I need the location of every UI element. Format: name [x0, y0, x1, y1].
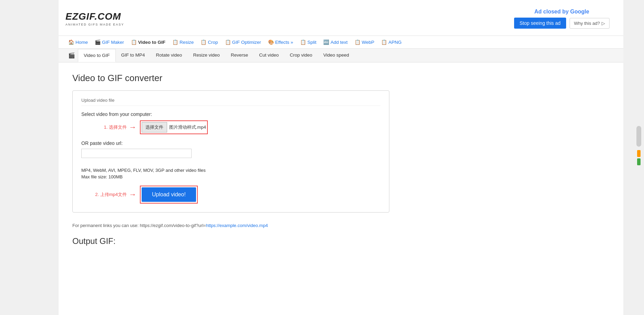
nav-bar: 🏠 Home 🎬 GIF Maker 📋 Video to GIF 📋 Resi…: [59, 36, 623, 49]
nav-label-add-text: Add text: [330, 40, 348, 45]
permanent-link-section: For permanent links you can use: https:/…: [72, 223, 610, 228]
max-size: Max file size: 100MB: [81, 174, 380, 179]
bar-green: [637, 158, 641, 165]
crop-icon: 📋: [201, 39, 206, 45]
or-paste-label: OR paste video url:: [81, 140, 380, 146]
nav-item-video-to-gif[interactable]: 📋 Video to GIF: [128, 38, 168, 46]
google-text: Google: [570, 9, 589, 14]
nav-item-resize[interactable]: 📋 Resize: [170, 38, 196, 46]
play-icon: ▷: [602, 21, 605, 26]
subtab-video-to-gif[interactable]: Video to GIF: [78, 49, 116, 62]
stop-seeing-button[interactable]: Stop seeing this ad: [514, 18, 566, 29]
nav-label-crop: Crop: [208, 40, 218, 45]
nav-item-effects[interactable]: 🎨 Effects »: [265, 38, 296, 46]
url-input[interactable]: [81, 149, 192, 158]
gif-maker-icon: 🎬: [95, 39, 101, 45]
nav-label-gif-optimizer: GIF Optimizer: [232, 40, 261, 45]
step1-label: 1. 选择文件: [104, 124, 127, 130]
logo-subtitle: ANIMATED GIFS MADE EASY: [65, 23, 124, 26]
subtab-cut-video[interactable]: Cut video: [254, 49, 284, 62]
nav-item-webp[interactable]: 📋 WebP: [352, 38, 377, 46]
step1-arrow: →: [129, 123, 136, 132]
main-content: EZGIF.COM ANIMATED GIFS MADE EASY Ad clo…: [59, 0, 623, 315]
sidebar-indicators: [637, 150, 641, 165]
ad-area: Ad closed by Google Stop seeing this ad …: [507, 5, 616, 32]
nav-item-gif-optimizer[interactable]: 📋 GIF Optimizer: [222, 38, 264, 46]
right-sidebar: [623, 0, 644, 315]
nav-label-webp: WebP: [362, 40, 375, 45]
ad-buttons: Stop seeing this ad Why this ad? ▷: [514, 18, 610, 29]
nav-label-apng: APNG: [388, 40, 401, 45]
left-sidebar: [0, 0, 59, 315]
logo: EZGIF.COM ANIMATED GIFS MADE EASY: [65, 11, 124, 26]
why-this-ad-button[interactable]: Why this ad? ▷: [570, 18, 610, 29]
select-label: Select video from your computer:: [81, 111, 380, 117]
file-input-wrapper: 选择文件 图片滑动样式.mp4: [140, 120, 208, 134]
sub-tabs: 🎬 Video to GIF GIF to MP4 Rotate video R…: [59, 49, 623, 62]
gif-optimizer-icon: 📋: [225, 39, 231, 45]
nav-label-home: Home: [75, 40, 88, 45]
file-formats: MP4, WebM, AVI, MPEG, FLV, MOV, 3GP and …: [81, 168, 380, 173]
page-body: Video to GIF converter Upload video file…: [59, 62, 623, 256]
subtab-resize-video[interactable]: Resize video: [187, 49, 225, 62]
step2-label: 2. 上传mp4文件: [95, 191, 127, 198]
subtab-rotate-video[interactable]: Rotate video: [151, 49, 188, 62]
resize-icon: 📋: [172, 39, 178, 45]
or-paste-row: OR paste video url:: [81, 140, 380, 164]
upload-box: Upload video file Select video from your…: [72, 90, 389, 213]
nav-label-resize: Resize: [180, 40, 194, 45]
page-title: Video to GIF converter: [72, 73, 610, 83]
ad-closed-text: Ad closed by Google: [514, 9, 610, 15]
logo-title: EZGIF.COM: [65, 11, 124, 22]
output-title: Output GIF:: [72, 236, 610, 246]
upload-button[interactable]: Upload video!: [142, 187, 196, 202]
nav-item-add-text[interactable]: 🔤 Add text: [320, 38, 350, 46]
nav-label-video-to-gif: Video to GIF: [138, 40, 165, 45]
split-icon: 📋: [300, 39, 306, 45]
nav-label-split: Split: [307, 40, 316, 45]
effects-icon: 🎨: [268, 39, 274, 45]
nav-item-apng[interactable]: 📋 APNG: [378, 38, 404, 46]
bar-orange: [637, 150, 641, 157]
step2-arrow: →: [129, 190, 136, 199]
permanent-link-text: For permanent links you can use: https:/…: [72, 223, 206, 228]
nav-item-home[interactable]: 🏠 Home: [65, 38, 91, 46]
apng-icon: 📋: [381, 39, 387, 45]
file-name-display: 图片滑动样式.mp4: [169, 124, 206, 130]
home-icon: 🏠: [68, 39, 74, 45]
upload-box-title: Upload video file: [81, 98, 380, 106]
nav-item-gif-maker[interactable]: 🎬 GIF Maker: [92, 38, 127, 46]
nav-item-split[interactable]: 📋 Split: [297, 38, 319, 46]
nav-label-effects: Effects »: [275, 40, 293, 45]
upload-btn-wrapper: Upload video!: [140, 186, 198, 204]
subtab-reverse[interactable]: Reverse: [225, 49, 254, 62]
nav-label-gif-maker: GIF Maker: [102, 40, 124, 45]
video-icon: 🎬: [65, 49, 78, 62]
permanent-link-url[interactable]: https://example.com/video.mp4: [206, 223, 268, 228]
subtab-gif-to-mp4[interactable]: GIF to MP4: [116, 49, 151, 62]
scroll-indicator[interactable]: [636, 126, 641, 147]
header: EZGIF.COM ANIMATED GIFS MADE EASY Ad clo…: [59, 0, 623, 36]
webp-icon: 📋: [355, 39, 360, 45]
add-text-icon: 🔤: [323, 39, 329, 45]
video-to-gif-icon: 📋: [131, 39, 137, 45]
subtab-crop-video[interactable]: Crop video: [284, 49, 318, 62]
choose-file-button[interactable]: 选择文件: [142, 122, 167, 132]
subtab-video-speed[interactable]: Video speed: [318, 49, 355, 62]
nav-item-crop[interactable]: 📋 Crop: [198, 38, 221, 46]
